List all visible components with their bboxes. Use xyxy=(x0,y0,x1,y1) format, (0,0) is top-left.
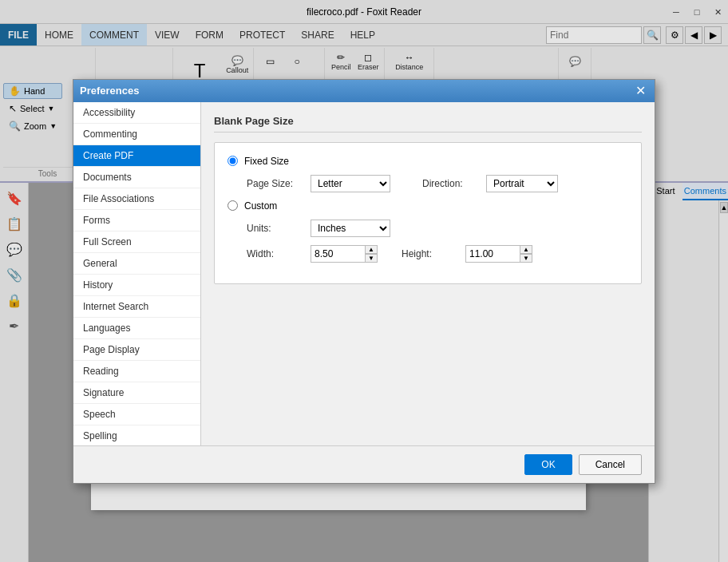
units-select[interactable]: Inches Centimeters Millimeters Points xyxy=(311,220,390,237)
dialog-footer: OK Cancel xyxy=(73,445,655,483)
units-label: Units: xyxy=(247,223,311,234)
modal-backdrop: Preferences ✕ Accessibility Commenting C… xyxy=(0,0,728,562)
pref-createpdf[interactable]: Create PDF xyxy=(73,145,200,167)
pref-forms[interactable]: Forms xyxy=(73,210,200,232)
height-input[interactable]: 11.00 xyxy=(465,245,520,263)
pref-history[interactable]: History xyxy=(73,275,200,296)
cancel-button[interactable]: Cancel xyxy=(579,454,642,475)
height-increment-button[interactable]: ▲ xyxy=(520,245,532,254)
height-spin-buttons: ▲ ▼ xyxy=(520,245,532,263)
pref-general[interactable]: General xyxy=(73,253,200,275)
dialog-close-button[interactable]: ✕ xyxy=(632,83,648,99)
dimensions-row: Width: 8.50 ▲ ▼ Height: 11.00 xyxy=(228,245,628,263)
dialog-title: Preferences xyxy=(80,85,139,97)
pref-pagedisplay[interactable]: Page Display xyxy=(73,339,200,361)
pref-documents[interactable]: Documents xyxy=(73,167,200,188)
height-decrement-button[interactable]: ▼ xyxy=(520,254,532,263)
pref-fullscreen[interactable]: Full Screen xyxy=(73,232,200,253)
width-input[interactable]: 8.50 xyxy=(311,245,365,263)
direction-select[interactable]: Portrait Landscape xyxy=(486,175,558,192)
dialog-content-area: Blank Page Size Fixed Size Page Size: Le… xyxy=(201,102,655,445)
pref-internetsearch[interactable]: Internet Search xyxy=(73,296,200,318)
units-row: Units: Inches Centimeters Millimeters Po… xyxy=(228,220,628,237)
pref-languages[interactable]: Languages xyxy=(73,318,200,339)
pref-signature[interactable]: Signature xyxy=(73,382,200,404)
direction-label: Direction: xyxy=(422,178,486,189)
width-label: Width: xyxy=(247,248,311,259)
pref-fileassociations[interactable]: File Associations xyxy=(73,188,200,210)
width-input-group: 8.50 ▲ ▼ xyxy=(311,245,378,263)
pref-commenting[interactable]: Commenting xyxy=(73,124,200,145)
page-size-label: Page Size: xyxy=(247,178,311,189)
pref-reading[interactable]: Reading xyxy=(73,361,200,382)
custom-label: Custom xyxy=(244,200,277,212)
height-input-group: 11.00 ▲ ▼ xyxy=(465,245,532,263)
fixed-size-row: Fixed Size xyxy=(228,156,628,167)
page-size-select[interactable]: Letter Legal A4 A3 Custom xyxy=(311,175,390,192)
pref-speech[interactable]: Speech xyxy=(73,404,200,425)
ok-button[interactable]: OK xyxy=(524,454,572,475)
page-size-row: Page Size: Letter Legal A4 A3 Custom Dir… xyxy=(228,175,628,192)
custom-row: Custom xyxy=(228,200,628,212)
width-increment-button[interactable]: ▲ xyxy=(365,245,378,254)
pref-accessibility[interactable]: Accessibility xyxy=(73,102,200,124)
pref-content-box: Fixed Size Page Size: Letter Legal A4 A3… xyxy=(214,142,642,284)
height-label: Height: xyxy=(402,248,465,259)
content-section-title: Blank Page Size xyxy=(214,115,642,133)
width-decrement-button[interactable]: ▼ xyxy=(365,254,378,263)
width-spin-buttons: ▲ ▼ xyxy=(365,245,378,263)
dialog-title-bar: Preferences ✕ xyxy=(73,80,655,102)
fixed-size-label: Fixed Size xyxy=(244,156,289,167)
dialog-body: Accessibility Commenting Create PDF Docu… xyxy=(73,102,655,445)
custom-radio[interactable] xyxy=(228,200,238,211)
fixed-size-radio[interactable] xyxy=(228,156,238,166)
dialog-sidebar: Accessibility Commenting Create PDF Docu… xyxy=(73,102,201,445)
preferences-dialog: Preferences ✕ Accessibility Commenting C… xyxy=(73,79,655,484)
pref-spelling[interactable]: Spelling xyxy=(73,425,200,445)
